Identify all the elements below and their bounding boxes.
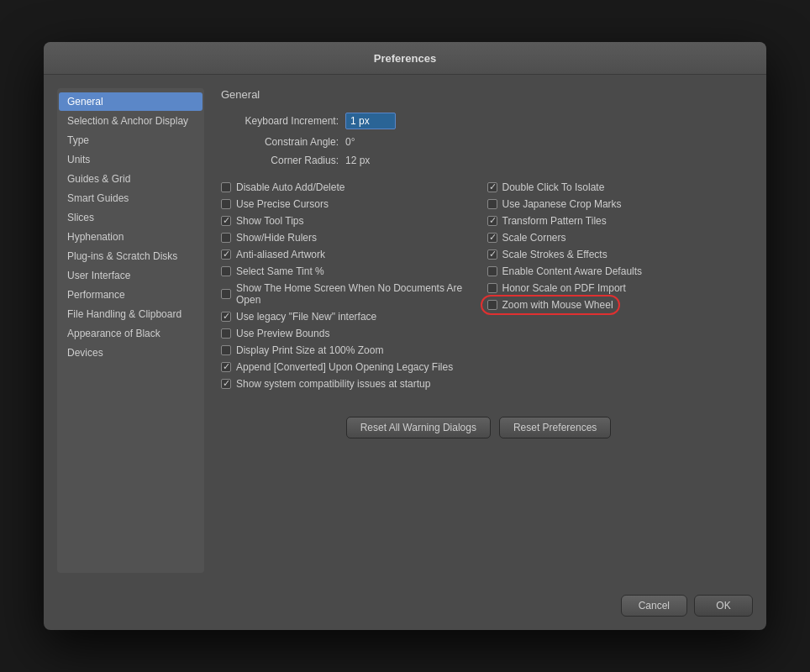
title-bar: Preferences <box>44 42 766 75</box>
sidebar-item-performance[interactable]: Performance <box>59 286 202 304</box>
checkbox-right-2[interactable]: Transform Pattern Tiles <box>487 215 737 227</box>
checkbox-left-3[interactable]: Show/Hide Rulers <box>221 232 471 244</box>
sidebar-item-plug-ins--scratch-disks[interactable]: Plug-ins & Scratch Disks <box>59 247 202 265</box>
keyboard-increment-input[interactable] <box>345 113 396 129</box>
checkbox-left-10[interactable]: Append [Converted] Upon Opening Legacy F… <box>221 361 471 373</box>
sidebar-item-type[interactable]: Type <box>59 131 202 150</box>
keyboard-increment-label: Keyboard Increment: <box>221 115 339 127</box>
footer: Cancel OK <box>44 586 766 630</box>
checkbox-left-6[interactable]: Show The Home Screen When No Documents A… <box>221 282 471 306</box>
sidebar-item-file-handling--clipboard[interactable]: File Handling & Clipboard <box>59 305 202 323</box>
sidebar-item-hyphenation[interactable]: Hyphenation <box>59 228 202 246</box>
checkbox-left-0[interactable]: Disable Auto Add/Delete <box>221 181 471 193</box>
sidebar-item-user-interface[interactable]: User Interface <box>59 266 202 285</box>
constrain-angle-value: 0° <box>345 136 355 148</box>
cancel-button[interactable]: Cancel <box>621 595 687 617</box>
sidebar-item-general[interactable]: General <box>59 92 202 111</box>
dialog-content: GeneralSelection & Anchor DisplayTypeUni… <box>44 75 766 586</box>
checkbox-right-3[interactable]: Scale Corners <box>487 232 737 244</box>
checkboxes-area: Disable Auto Add/DeleteUse Precise Curso… <box>221 181 736 390</box>
checkbox-right-4[interactable]: Scale Strokes & Effects <box>487 249 737 260</box>
reset-dialogs-button[interactable]: Reset All Warning Dialogs <box>346 417 491 438</box>
main-panel: General Keyboard Increment: Constrain An… <box>204 88 753 573</box>
constrain-angle-row: Constrain Angle: 0° <box>221 136 736 148</box>
zoom-highlight: Zoom with Mouse Wheel <box>487 299 613 311</box>
sidebar-item-guides--grid[interactable]: Guides & Grid <box>59 170 202 188</box>
buttons-row: Reset All Warning Dialogs Reset Preferen… <box>221 407 736 449</box>
checkbox-left-2[interactable]: Show Tool Tips <box>221 215 471 227</box>
checkbox-right-6[interactable]: Honor Scale on PDF Import <box>487 282 737 294</box>
checkbox-right-1[interactable]: Use Japanese Crop Marks <box>487 198 737 210</box>
checkbox-right-7[interactable]: Zoom with Mouse Wheel <box>487 299 737 311</box>
sidebar: GeneralSelection & Anchor DisplayTypeUni… <box>57 88 204 573</box>
corner-radius-value: 12 px <box>345 155 370 166</box>
checkbox-left-4[interactable]: Anti-aliased Artwork <box>221 249 471 260</box>
keyboard-increment-row: Keyboard Increment: <box>221 113 736 129</box>
checkbox-left-5[interactable]: Select Same Tint % <box>221 265 471 277</box>
sidebar-item-appearance-of-black[interactable]: Appearance of Black <box>59 324 202 343</box>
dialog-title: Preferences <box>374 52 436 65</box>
sidebar-item-devices[interactable]: Devices <box>59 344 202 362</box>
checkbox-right-0[interactable]: Double Click To Isolate <box>487 181 737 193</box>
preferences-dialog: Preferences GeneralSelection & Anchor Di… <box>44 42 766 630</box>
checkbox-left-7[interactable]: Use legacy "File New" interface <box>221 311 471 323</box>
sidebar-item-selection--anchor-display[interactable]: Selection & Anchor Display <box>59 112 202 130</box>
checkbox-left-1[interactable]: Use Precise Cursors <box>221 198 471 210</box>
sidebar-item-slices[interactable]: Slices <box>59 208 202 227</box>
corner-radius-label: Corner Radius: <box>221 155 339 166</box>
checkbox-left-9[interactable]: Display Print Size at 100% Zoom <box>221 344 471 356</box>
constrain-angle-label: Constrain Angle: <box>221 136 339 148</box>
ok-button[interactable]: OK <box>694 595 753 617</box>
checkbox-left-11[interactable]: Show system compatibility issues at star… <box>221 378 471 390</box>
sidebar-item-units[interactable]: Units <box>59 150 202 169</box>
right-column: Double Click To IsolateUse Japanese Crop… <box>487 181 737 390</box>
left-column: Disable Auto Add/DeleteUse Precise Curso… <box>221 181 471 390</box>
checkbox-right-5[interactable]: Enable Content Aware Defaults <box>487 265 737 277</box>
checkbox-left-8[interactable]: Use Preview Bounds <box>221 328 471 339</box>
reset-prefs-button[interactable]: Reset Preferences <box>499 417 611 438</box>
section-title: General <box>221 88 736 101</box>
corner-radius-row: Corner Radius: 12 px <box>221 155 736 166</box>
sidebar-item-smart-guides[interactable]: Smart Guides <box>59 189 202 207</box>
